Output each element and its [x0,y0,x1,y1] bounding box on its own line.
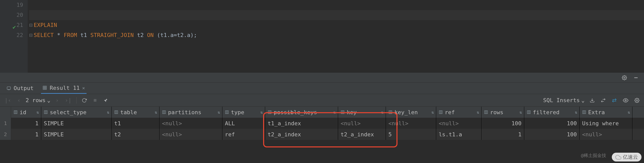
gear-icon[interactable] [621,74,628,81]
cell-partitions[interactable]: <null> [159,129,222,140]
result-grid[interactable]: id⇅select_type⇅table⇅partitions⇅type⇅pos… [0,107,644,140]
sql-editor[interactable]: 192021✔22 ⊟EXPLAIN⊟SELECT * FROM t1 STRA… [0,0,644,73]
cell-ref[interactable]: ls.t1.a [436,129,481,140]
cell-id[interactable]: 1 [11,118,41,129]
column-header-table[interactable]: table⇅ [112,107,159,118]
tab-result[interactable]: Result 11 ✕ [41,83,86,94]
table-row[interactable]: 11SIMPLEt1<null>ALLt1_a_index<null><null… [0,118,644,129]
sort-icon[interactable]: ⇅ [260,110,263,115]
rows-label: 2 rows [26,97,46,103]
chevron-down-icon: ⌄ [47,97,50,103]
code-line[interactable]: ⊟EXPLAIN [29,20,644,30]
svg-rect-4 [43,86,47,90]
cell-Extra[interactable]: <null> [580,129,632,140]
column-icon [225,110,229,114]
close-icon[interactable]: ✕ [82,85,85,91]
refresh-icon[interactable] [81,97,88,104]
svg-rect-29 [225,111,228,114]
code-token: * [54,32,64,38]
editor-code[interactable]: ⊟EXPLAIN⊟SELECT * FROM t1 STRAIGHT_JOIN … [28,0,644,73]
cell-table[interactable]: t1 [112,118,159,129]
cell-partitions[interactable]: <null> [159,118,222,129]
code-token: (t1.a=t2.a); [154,32,197,38]
fold-icon[interactable]: ⊟ [29,30,34,40]
column-header-key[interactable]: key⇅ [338,107,386,118]
sort-icon[interactable]: ⇅ [519,110,522,115]
code-token: STRAIGHT_JOIN [90,32,134,38]
cell-type[interactable]: ALL [222,118,265,129]
cell-possible_keys[interactable]: t2_a_index [265,129,338,140]
prev-page-icon[interactable]: ‹ [16,96,22,104]
svg-rect-44 [485,111,488,114]
sort-icon[interactable]: ⇅ [155,110,157,115]
settings-icon[interactable] [633,97,640,104]
cell-id[interactable]: 1 [11,129,41,140]
cell-Extra[interactable]: Using where [580,118,632,129]
sort-icon[interactable]: ⇅ [218,110,220,115]
code-token: FROM [64,32,77,38]
stop-icon[interactable] [92,97,98,104]
column-label: table [120,109,137,115]
table-row[interactable]: 21SIMPLEt2<null>reft2_a_indext2_a_index5… [0,129,644,140]
cell-filtered[interactable]: 100 [524,118,580,129]
cell-key_len[interactable]: <null> [386,118,436,129]
cell-filtered[interactable]: 100 [524,129,580,140]
column-header-possible_keys[interactable]: possible_keys⇅ [265,107,338,118]
column-header-partitions[interactable]: partitions⇅ [159,107,222,118]
sort-icon[interactable]: ⇅ [628,110,630,115]
export-format-dropdown[interactable]: SQL Inserts ⌄ [543,97,585,103]
svg-point-16 [636,100,638,101]
column-header-select_type[interactable]: select_type⇅ [41,107,112,118]
rows-dropdown[interactable]: 2 rows ⌄ [26,97,51,103]
column-header-filtered[interactable]: filtered⇅ [524,107,580,118]
svg-rect-35 [341,111,344,114]
cell-select_type[interactable]: SIMPLE [41,118,112,129]
header-row: id⇅select_type⇅table⇅partitions⇅type⇅pos… [0,107,644,118]
cell-select_type[interactable]: SIMPLE [41,129,112,140]
cell-rows[interactable]: 100 [481,118,524,129]
minimize-icon[interactable] [632,74,639,81]
column-header-rows[interactable]: rows⇅ [481,107,524,118]
cell-table[interactable]: t2 [112,129,159,140]
code-line[interactable] [29,10,644,20]
first-page-icon[interactable]: |‹ [4,96,12,104]
cell-key_len[interactable]: 5 [386,129,436,140]
line-number: 22 [0,30,23,40]
row-number[interactable]: 2 [0,129,11,140]
column-header-ref[interactable]: ref⇅ [436,107,481,118]
line-number: 20 [0,10,23,20]
code-line[interactable]: ⊟SELECT * FROM t1 STRAIGHT_JOIN t2 ON (t… [29,30,644,40]
sort-icon[interactable]: ⇅ [431,110,434,115]
cell-key[interactable]: t2_a_index [338,129,386,140]
row-number[interactable]: 1 [0,118,11,129]
last-page-icon[interactable]: ›| [64,96,73,104]
sort-icon[interactable]: ⇅ [333,110,336,115]
column-header-Extra[interactable]: Extra⇅ [580,107,632,118]
cloud-icon [615,154,621,160]
fold-icon[interactable]: ⊟ [29,20,34,30]
compare-icon[interactable] [611,97,618,104]
sort-icon[interactable]: ⇅ [107,110,109,115]
tab-output[interactable]: Output [5,83,35,94]
sort-icon[interactable]: ⇅ [381,110,384,115]
cell-ref[interactable]: <null> [436,118,481,129]
eye-icon[interactable] [622,97,629,104]
export-icon[interactable] [600,97,607,104]
chevron-down-icon: ⌄ [581,97,585,103]
column-header-type[interactable]: type⇅ [222,107,265,118]
cell-possible_keys[interactable]: t1_a_index [265,118,338,129]
line-number: 21✔ [0,20,23,30]
cell-key[interactable]: <null> [338,118,386,129]
next-page-icon[interactable]: › [54,96,60,104]
download-icon[interactable] [589,97,596,104]
column-header-id[interactable]: id⇅ [11,107,41,118]
pin-icon[interactable] [102,97,109,104]
svg-point-0 [624,77,625,78]
cell-rows[interactable]: 1 [481,129,524,140]
sort-icon[interactable]: ⇅ [36,110,39,115]
column-header-key_len[interactable]: key_len⇅ [386,107,436,118]
cell-type[interactable]: ref [222,129,265,140]
code-line[interactable] [29,0,644,10]
sort-icon[interactable]: ⇅ [575,110,577,115]
sort-icon[interactable]: ⇅ [477,110,479,115]
